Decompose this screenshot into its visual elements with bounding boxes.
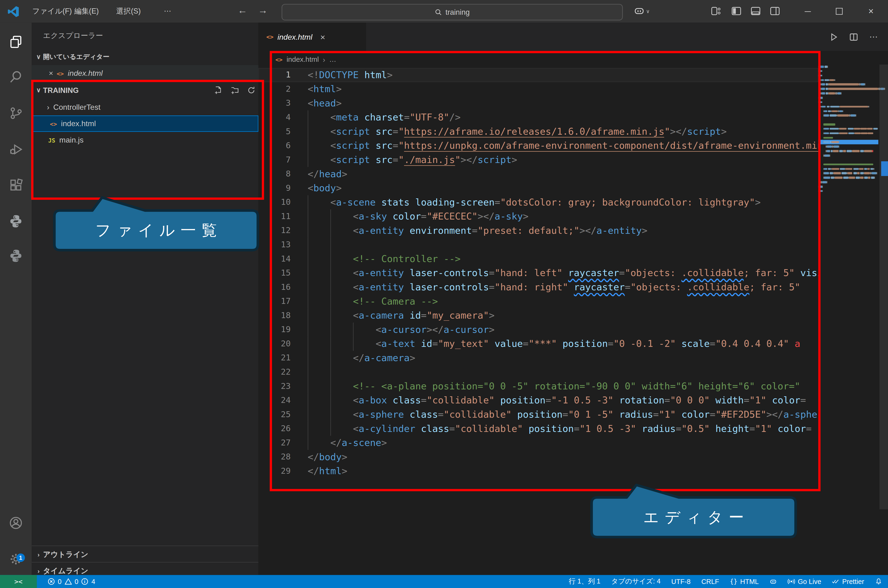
- tree-item-folder[interactable]: › ControllerTest: [32, 99, 258, 116]
- tab-close-icon[interactable]: ×: [321, 32, 325, 42]
- code-line[interactable]: 1<!DOCTYPE html>: [259, 68, 818, 82]
- run-file-icon[interactable]: [829, 33, 838, 41]
- code-line[interactable]: 27 </a-scene>: [259, 436, 818, 450]
- python-env-icon[interactable]: [0, 241, 32, 271]
- sidebar-title: エクスプローラー: [43, 31, 103, 41]
- code-line[interactable]: 26 <a-cylinder class="collidable" positi…: [259, 422, 818, 436]
- code-line[interactable]: 7 <script src="./main.js"></script>: [259, 153, 818, 167]
- code-line[interactable]: 15 <a-entity laser-controls="hand: left"…: [259, 266, 818, 280]
- notifications-bell-icon[interactable]: [875, 578, 882, 585]
- code-line[interactable]: 21 </a-camera>: [259, 351, 818, 365]
- prettier[interactable]: Prettier: [832, 578, 864, 585]
- language-mode[interactable]: {} HTML: [730, 578, 759, 585]
- open-editor-row[interactable]: × <> index.html: [32, 65, 258, 81]
- menu-more[interactable]: ⋯: [159, 0, 176, 22]
- code-editor[interactable]: 1<!DOCTYPE html>2<html>3<head>4 <meta ch…: [259, 68, 818, 515]
- more-actions-icon[interactable]: ⋯: [869, 32, 878, 42]
- copilot-status-icon[interactable]: [769, 578, 777, 585]
- source-control-icon[interactable]: [0, 98, 32, 128]
- vscode-window: ファイル(F) 編集(E) 選択(S) ⋯ ← → training ∨: [0, 0, 888, 588]
- nav-forward-icon[interactable]: →: [255, 0, 271, 22]
- callout-label-file-list: ファイル一覧: [54, 210, 258, 250]
- search-value: training: [446, 8, 470, 16]
- menu-edit[interactable]: 編集(E): [69, 0, 104, 22]
- code-line[interactable]: 2<html>: [259, 82, 818, 96]
- minimap[interactable]: [818, 64, 879, 509]
- code-line[interactable]: 19 <a-cursor></a-cursor>: [259, 322, 818, 337]
- code-line[interactable]: 13: [259, 238, 818, 252]
- editor-group: <> index.html × ⋯ <> index.html › … 1<!D…: [259, 22, 888, 575]
- new-folder-icon[interactable]: [231, 86, 239, 94]
- settings-gear-icon[interactable]: 1: [0, 544, 32, 574]
- tree-item-selected[interactable]: <> index.html: [32, 116, 258, 132]
- code-line[interactable]: 5 <script src="https://aframe.io/release…: [259, 124, 818, 139]
- search-input[interactable]: training: [281, 4, 623, 20]
- code-line[interactable]: 12 <a-entity environment="preset: defaul…: [259, 224, 818, 238]
- code-line[interactable]: 4 <meta charset="UTF-8"/>: [259, 111, 818, 125]
- account-icon[interactable]: [0, 508, 32, 538]
- tab-index-html[interactable]: <> index.html ×: [259, 22, 366, 51]
- layout-customize-icon[interactable]: [711, 7, 721, 15]
- code-line[interactable]: 8</head>: [259, 167, 818, 181]
- search-sidebar-icon[interactable]: [0, 62, 32, 92]
- error-icon: [48, 578, 55, 585]
- files-icon[interactable]: [0, 27, 32, 57]
- code-line[interactable]: 9<body>: [259, 181, 818, 195]
- go-live[interactable]: Go Live: [788, 578, 821, 585]
- problems-indicator[interactable]: 0 0 4: [48, 575, 95, 588]
- breadcrumb[interactable]: <> index.html › …: [259, 51, 888, 68]
- maximize-button[interactable]: [826, 0, 852, 22]
- chevron-right-icon: ›: [43, 103, 53, 112]
- code-line[interactable]: 3<head>: [259, 96, 818, 111]
- code-line[interactable]: 25 <a-sphere class="collidable" position…: [259, 408, 818, 422]
- code-line[interactable]: 17 <!-- Camera -->: [259, 294, 818, 309]
- cursor-position[interactable]: 行 1、列 1: [569, 577, 600, 586]
- activity-bar: 1: [0, 22, 32, 575]
- code-line[interactable]: 11 <a-sky color="#ECECEC"></a-sky>: [259, 209, 818, 224]
- panel-right-icon[interactable]: [770, 7, 780, 15]
- panel-left-icon[interactable]: [731, 7, 741, 15]
- code-line[interactable]: 10 <a-scene stats loading-screen="dotsCo…: [259, 195, 818, 210]
- js-file-icon: JS: [48, 136, 56, 144]
- explorer-sidebar: エクスプローラー ⋯ ∨ 開いているエディター × <> index.html …: [32, 22, 258, 575]
- breadcrumb-separator: ›: [323, 55, 325, 64]
- open-editors-header[interactable]: ∨ 開いているエディター: [32, 49, 258, 64]
- close-icon[interactable]: ×: [45, 69, 57, 78]
- copilot-chevron-icon[interactable]: ∨: [646, 9, 650, 14]
- info-icon: [81, 578, 89, 585]
- minimize-button[interactable]: [795, 0, 821, 22]
- code-line[interactable]: 28</body>: [259, 450, 818, 464]
- status-right: 行 1、列 1 タブのサイズ: 4 UTF-8 CRLF {} HTML Go …: [569, 575, 882, 588]
- close-button[interactable]: ×: [858, 0, 884, 22]
- code-line[interactable]: 23 <!-- <a-plane position="0 0 -5" rotat…: [259, 379, 818, 393]
- python-icon[interactable]: [0, 207, 32, 236]
- copilot-icon[interactable]: [634, 5, 645, 18]
- eol[interactable]: CRLF: [701, 578, 719, 585]
- new-file-icon[interactable]: [214, 86, 223, 94]
- nav-back-icon[interactable]: ←: [235, 0, 250, 22]
- code-line[interactable]: 16 <a-entity laser-controls="hand: right…: [259, 280, 818, 294]
- refresh-icon[interactable]: [247, 86, 256, 94]
- split-editor-icon[interactable]: [849, 33, 858, 41]
- broadcast-icon: [788, 578, 795, 585]
- extensions-icon[interactable]: [0, 170, 32, 200]
- panel-bottom-icon[interactable]: [751, 7, 760, 15]
- outline-header[interactable]: › アウトライン: [32, 547, 258, 562]
- code-line[interactable]: 22: [259, 365, 818, 379]
- code-line[interactable]: 18 <a-camera id="my_camera">: [259, 308, 818, 322]
- encoding[interactable]: UTF-8: [671, 578, 691, 585]
- code-line[interactable]: 14 <!-- Controller -->: [259, 252, 818, 266]
- remote-indicator[interactable]: ><: [0, 575, 37, 588]
- code-line[interactable]: 29</html>: [259, 464, 818, 478]
- tab-size[interactable]: タブのサイズ: 4: [611, 577, 661, 586]
- code-line[interactable]: 20 <a-text id="my_text" value="***" posi…: [259, 337, 818, 351]
- divider: [32, 562, 258, 562]
- scrollbar[interactable]: [879, 64, 888, 509]
- code-line[interactable]: 6 <script src="https://unpkg.com/aframe-…: [259, 139, 818, 153]
- double-check-icon: [832, 578, 840, 585]
- menu-selection[interactable]: 選択(S): [111, 0, 146, 22]
- tree-item-js[interactable]: JS main.js: [32, 132, 258, 148]
- code-line[interactable]: 24 <a-box class="collidable" position="-…: [259, 393, 818, 408]
- callout-label-editor: エディター: [591, 498, 796, 537]
- run-debug-icon[interactable]: [0, 135, 32, 164]
